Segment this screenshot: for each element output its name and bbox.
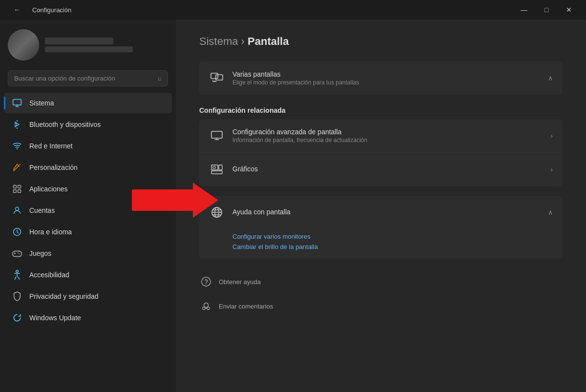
enviar-comentarios-row[interactable]: Enviar comentarios xyxy=(199,294,563,318)
sidebar-item-windows-update[interactable]: Windows Update xyxy=(4,308,172,328)
sistema-icon xyxy=(12,98,22,108)
config-avanzada-row[interactable]: Configuración avanzada de pantalla Infor… xyxy=(199,119,563,153)
search-placeholder-text: Buscar una opción de configuración xyxy=(14,75,154,82)
sidebar-item-aplicaciones[interactable]: Aplicaciones xyxy=(4,179,172,199)
sidebar-item-aplicaciones-label: Aplicaciones xyxy=(29,185,68,193)
minimize-button[interactable]: — xyxy=(513,2,535,18)
sidebar-item-juegos-label: Juegos xyxy=(29,249,51,257)
varias-pantallas-text: Varias pantallas Elige el modo de presen… xyxy=(232,70,540,86)
sidebar-item-personalizacion-label: Personalización xyxy=(29,164,78,171)
ayuda-chevron-up: ∧ xyxy=(548,208,553,216)
ayuda-text: Ayuda con pantalla xyxy=(232,208,540,217)
enviar-comentarios-text: Enviar comentarios xyxy=(219,303,273,310)
back-icon: ← xyxy=(14,6,21,14)
svg-rect-17 xyxy=(211,165,218,170)
avatar-image xyxy=(8,29,39,61)
svg-rect-18 xyxy=(213,166,215,168)
help-link-brillo[interactable]: Cambiar el brillo de la pantalla xyxy=(232,243,553,250)
svg-rect-16 xyxy=(211,131,222,138)
config-relacionada-title: Configuración relacionada xyxy=(199,106,563,114)
sidebar-item-juegos[interactable]: Juegos xyxy=(4,243,172,264)
sidebar-item-sistema-label: Sistema xyxy=(29,99,54,107)
windows-update-icon xyxy=(12,312,22,323)
svg-rect-14 xyxy=(211,73,218,79)
varias-pantallas-card: Varias pantallas Elige el modo de presen… xyxy=(199,62,563,95)
svg-rect-5 xyxy=(18,186,21,188)
sidebar-item-hora[interactable]: Hora e idioma xyxy=(4,222,172,242)
help-link-monitores[interactable]: Configurar varios monitores xyxy=(232,233,553,240)
main-content: Sistema › Pantalla Varias pantallas xyxy=(176,20,586,392)
sidebar-item-windows-update-label: Windows Update xyxy=(29,314,81,322)
profile-info xyxy=(45,38,133,52)
search-box[interactable]: Buscar una opción de configuración ⌕ xyxy=(8,70,168,86)
graficos-chevron: › xyxy=(550,165,553,173)
svg-point-25 xyxy=(204,303,208,308)
red-icon xyxy=(12,141,22,151)
sidebar-item-privacidad[interactable]: Privacidad y seguridad xyxy=(4,286,172,307)
svg-rect-6 xyxy=(14,190,17,193)
svg-point-13 xyxy=(16,270,19,272)
maximize-button[interactable]: □ xyxy=(535,2,558,18)
sidebar-item-accesibilidad[interactable]: Accesibilidad xyxy=(4,265,172,285)
config-avanzada-text: Configuración avanzada de pantalla Infor… xyxy=(232,128,543,144)
avatar xyxy=(8,29,39,61)
svg-rect-20 xyxy=(219,165,222,170)
svg-point-27 xyxy=(207,307,210,310)
svg-rect-10 xyxy=(13,251,21,256)
breadcrumb-current: Pantalla xyxy=(248,35,289,47)
privacidad-icon xyxy=(12,291,22,302)
svg-point-12 xyxy=(18,252,19,253)
sidebar-item-sistema[interactable]: Sistema xyxy=(4,93,172,113)
close-button[interactable]: ✕ xyxy=(558,2,580,18)
ayuda-title: Ayuda con pantalla xyxy=(232,208,540,216)
profile-name xyxy=(45,38,113,44)
hora-icon xyxy=(12,227,22,237)
svg-point-26 xyxy=(203,307,206,310)
sidebar-item-cuentas[interactable]: Cuentas xyxy=(4,200,172,221)
enviar-comentarios-icon xyxy=(199,299,213,313)
svg-rect-0 xyxy=(13,100,21,105)
config-avanzada-subtitle: Información de pantalla, frecuencia de a… xyxy=(232,137,543,144)
svg-point-23 xyxy=(202,277,210,286)
app-title: Configuración xyxy=(32,6,71,14)
cuentas-icon xyxy=(12,205,22,216)
graficos-row[interactable]: Gráficos › xyxy=(199,153,563,186)
svg-rect-7 xyxy=(18,190,21,193)
breadcrumb-separator: › xyxy=(241,35,248,47)
varias-pantallas-row[interactable]: Varias pantallas Elige el modo de presen… xyxy=(199,62,563,95)
aplicaciones-icon xyxy=(12,184,22,194)
graficos-text: Gráficos xyxy=(232,165,543,174)
ayuda-header[interactable]: Ayuda con pantalla ∧ xyxy=(199,196,563,229)
sidebar-item-red[interactable]: Red e Internet xyxy=(4,136,172,156)
ayuda-section: Ayuda con pantalla ∧ Configurar varios m… xyxy=(199,196,563,258)
varias-pantallas-icon xyxy=(209,70,225,86)
sidebar-item-bluetooth[interactable]: Bluetooth y dispositivos xyxy=(4,114,172,135)
titlebar: ← Configuración — □ ✕ xyxy=(0,0,586,20)
content-area: Buscar una opción de configuración ⌕ Sis… xyxy=(0,20,586,392)
config-avanzada-icon xyxy=(209,128,225,144)
obtener-ayuda-row[interactable]: Obtener ayuda xyxy=(199,270,563,293)
svg-rect-19 xyxy=(211,171,222,174)
juegos-icon xyxy=(12,248,22,259)
sidebar-item-cuentas-label: Cuentas xyxy=(29,206,55,214)
settings-window: ← Configuración — □ ✕ Buscar una xyxy=(0,0,586,392)
config-avanzada-chevron: › xyxy=(550,132,553,140)
sidebar-item-personalizacion[interactable]: Personalización xyxy=(4,157,172,178)
obtener-ayuda-text: Obtener ayuda xyxy=(219,278,261,286)
svg-rect-4 xyxy=(14,186,17,188)
config-avanzada-card: Configuración avanzada de pantalla Infor… xyxy=(199,119,563,186)
sidebar-item-red-label: Red e Internet xyxy=(29,142,73,150)
bluetooth-icon xyxy=(12,119,22,130)
sidebar-item-bluetooth-label: Bluetooth y dispositivos xyxy=(29,121,101,128)
varias-pantallas-chevron-up: ∧ xyxy=(548,74,553,82)
back-button[interactable]: ← xyxy=(6,2,28,18)
breadcrumb-parent: Sistema xyxy=(199,35,238,47)
ayuda-links: Configurar varios monitores Cambiar el b… xyxy=(199,229,563,258)
svg-point-3 xyxy=(17,148,18,150)
svg-point-11 xyxy=(19,253,20,254)
varias-pantallas-subtitle: Elige el modo de presentación para tus p… xyxy=(232,79,540,86)
config-avanzada-title: Configuración avanzada de pantalla xyxy=(232,128,543,136)
profile-section xyxy=(0,20,176,68)
sidebar-item-hora-label: Hora e idioma xyxy=(29,228,72,236)
search-icon: ⌕ xyxy=(158,75,162,82)
